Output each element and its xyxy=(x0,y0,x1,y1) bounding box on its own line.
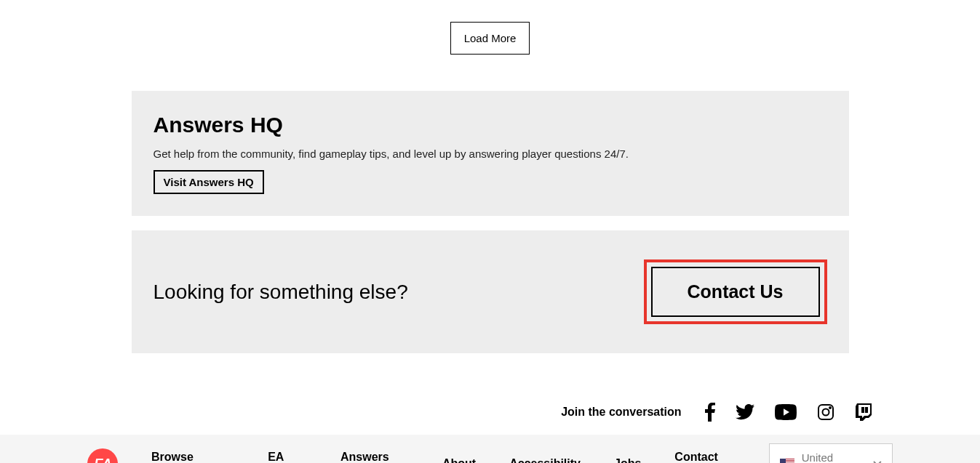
twitter-icon[interactable] xyxy=(736,404,754,420)
load-more-button[interactable]: Load More xyxy=(450,22,530,55)
footer-link-about[interactable]: About xyxy=(442,457,476,463)
youtube-icon[interactable] xyxy=(775,404,797,420)
contact-title: Looking for something else? xyxy=(154,281,408,304)
svg-point-2 xyxy=(829,407,831,408)
social-row: Join the conversation xyxy=(87,388,894,435)
instagram-icon[interactable] xyxy=(817,403,834,421)
svg-rect-3 xyxy=(862,408,864,412)
svg-point-1 xyxy=(822,409,829,416)
ea-logo[interactable]: EA xyxy=(87,448,118,463)
facebook-icon[interactable] xyxy=(705,403,715,422)
footer-link-contact-us[interactable]: Contact Us xyxy=(674,451,735,463)
us-flag-icon xyxy=(780,459,794,463)
ea-logo-text: EA xyxy=(94,456,111,464)
answers-hq-description: Get help from the community, find gamepl… xyxy=(154,148,827,160)
twitch-icon[interactable] xyxy=(855,403,872,422)
footer-link-jobs[interactable]: Jobs xyxy=(614,457,641,463)
footer-link-accessibility[interactable]: Accessibility xyxy=(509,457,581,463)
visit-answers-hq-button[interactable]: Visit Answers HQ xyxy=(154,170,264,194)
contact-panel: Looking for something else? Contact Us xyxy=(132,230,849,353)
svg-rect-4 xyxy=(866,408,867,412)
contact-us-button[interactable]: Contact Us xyxy=(651,267,820,317)
country-selector[interactable]: United States xyxy=(769,443,893,463)
footer-link-answers-hq[interactable]: Answers HQ xyxy=(340,451,409,463)
answers-hq-panel: Answers HQ Get help from the community, … xyxy=(132,91,849,216)
footer-link-browse-games[interactable]: Browse Games xyxy=(151,451,234,463)
country-text: United States xyxy=(802,451,866,463)
answers-hq-title: Answers HQ xyxy=(154,113,827,137)
footer-link-ea-app[interactable]: EA app xyxy=(268,451,307,463)
footer-bar: EA Browse Games EA app Answers HQ About … xyxy=(0,435,980,463)
contact-highlight: Contact Us xyxy=(644,259,827,324)
social-label: Join the conversation xyxy=(561,406,681,419)
